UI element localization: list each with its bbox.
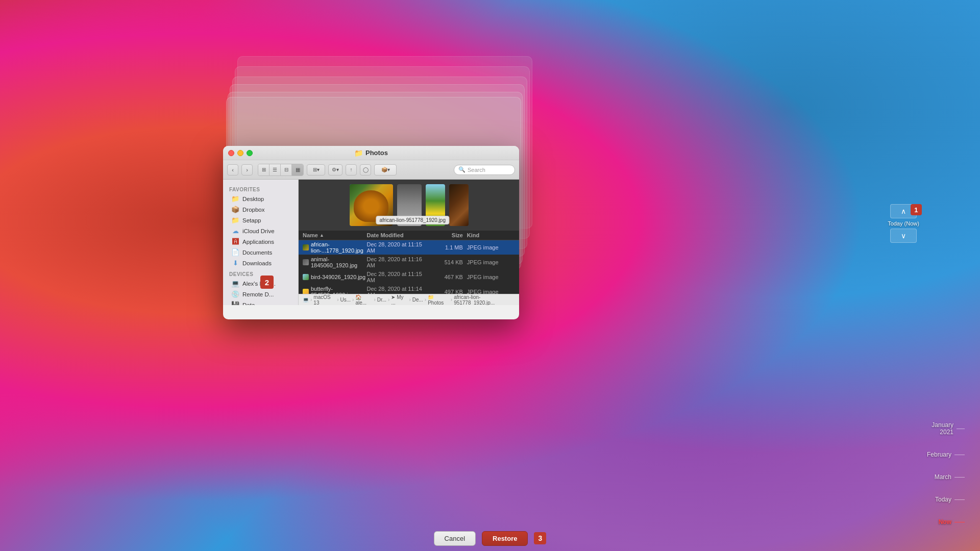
path-my[interactable]: ➤ My ... — [391, 294, 407, 306]
file-date-cell: Dec 28, 2020 at 11:14 AM — [367, 286, 431, 294]
preview-tooltip: african-lion-951778_1920.jpg — [376, 216, 449, 224]
sidebar-item-remote[interactable]: 💿 Remote D... — [225, 289, 296, 299]
downloads-icon: ⬇ — [231, 259, 239, 267]
file-icon — [303, 274, 309, 280]
table-row[interactable]: african-lion-...1778_1920.jpg Dec 28, 20… — [299, 240, 519, 255]
timeline-today: Today — [935, 496, 951, 503]
folder-icon: 📁 — [231, 216, 239, 224]
file-kind-cell: JPEG image — [467, 259, 515, 265]
col-name-header[interactable]: Name ▲ — [303, 232, 367, 238]
minimize-button[interactable] — [237, 150, 243, 156]
file-size-cell: 514 KB — [431, 259, 467, 265]
table-row[interactable]: butterfly-354528_1920.jpg Dec 28, 2020 a… — [299, 285, 519, 294]
preview-dark[interactable] — [449, 184, 469, 226]
dropbox-button[interactable]: 📦▾ — [374, 164, 397, 176]
col-kind-header[interactable]: Kind — [467, 232, 515, 238]
docs-icon: 📄 — [231, 248, 239, 256]
file-name-cell: animal-1845060_1920.jpg — [303, 256, 367, 268]
sidebar-item-setapp[interactable]: 📁 Setapp — [225, 215, 296, 226]
time-badge-1: 1 — [911, 204, 922, 215]
titlebar: 📁 Photos — [223, 146, 519, 160]
maximize-button[interactable] — [247, 150, 253, 156]
traffic-lights[interactable] — [228, 150, 253, 156]
forward-button[interactable]: › — [241, 164, 253, 176]
file-icon — [303, 289, 309, 294]
timeline-line-now — [954, 522, 965, 522]
file-icon — [303, 244, 309, 251]
sidebar-item-downloads[interactable]: ⬇ Downloads — [225, 258, 296, 268]
apps-icon: 🅰 — [231, 238, 239, 245]
column-view-button[interactable]: ⊟ — [281, 164, 292, 176]
action-button[interactable]: ⚙▾ — [328, 164, 342, 176]
path-dr[interactable]: Dr... — [377, 297, 386, 303]
file-icon — [303, 259, 309, 265]
view-buttons: ⊞ ☰ ⊟ ▦ — [258, 164, 304, 176]
timeline-line — [954, 455, 965, 455]
sidebar-item-documents[interactable]: 📄 Documents — [225, 247, 296, 258]
table-row[interactable]: bird-349026_1920.jpg Dec 28, 2020 at 11:… — [299, 270, 519, 285]
favorites-header: Favorites — [223, 184, 298, 193]
path-de[interactable]: De... — [412, 297, 423, 303]
col-size-header[interactable]: Size — [431, 232, 467, 238]
path-text[interactable]: macOS 13 — [313, 294, 335, 306]
path-file[interactable]: african-lion-951778_1920.jp... — [454, 294, 515, 306]
sidebar-item-desktop[interactable]: 📁 Desktop — [225, 193, 296, 204]
path-users[interactable]: Us... — [340, 297, 351, 303]
main-content: african-lion-951778_1920.jpg Name — [299, 180, 519, 305]
back-button[interactable]: ‹ — [227, 164, 238, 176]
timeline-line — [954, 499, 965, 500]
file-size-cell: 1.1 MB — [431, 244, 467, 251]
timeline-line — [954, 477, 965, 478]
bottom-bar: Cancel Restore 3 — [0, 525, 980, 551]
time-label: Today (Now) — [888, 218, 919, 229]
icloud-icon: ☁ — [231, 227, 239, 235]
file-kind-cell: JPEG image — [467, 244, 515, 251]
close-button[interactable] — [228, 150, 234, 156]
file-list-header: Name ▲ Date Modified Size Kind — [299, 231, 519, 240]
timeline-item: March — [924, 473, 965, 481]
toolbar: ‹ › ⊞ ☰ ⊟ ▦ ⊞▾ ⚙▾ ↑ ◯ 📦▾ 🔍 Search — [223, 160, 519, 180]
sidebar-item-applications[interactable]: 🅰 Applications — [225, 236, 296, 247]
file-date-cell: Dec 28, 2020 at 11:15 AM — [367, 241, 431, 254]
time-down-button[interactable]: ∨ — [890, 229, 917, 243]
file-name-cell: bird-349026_1920.jpg — [303, 274, 367, 280]
file-size-cell: 497 KB — [431, 289, 467, 294]
share-button[interactable]: ↑ — [346, 164, 357, 176]
timeline-item: February — [924, 451, 965, 458]
file-list-wrapper: african-lion-...1778_1920.jpg Dec 28, 20… — [299, 240, 519, 294]
cancel-button[interactable]: Cancel — [434, 531, 476, 546]
timeline-now: Now — [939, 518, 951, 525]
timeline-january: January 2021 — [924, 421, 953, 436]
path-home[interactable]: 🏠 ale... — [355, 294, 372, 306]
mac-icon-path: 💻 — [303, 297, 309, 303]
mac-icon: 💻 — [231, 280, 239, 287]
sidebar-item-data[interactable]: 💾 Data — [225, 299, 296, 305]
timeline-march: March — [935, 473, 951, 481]
preview-area: african-lion-951778_1920.jpg — [299, 180, 519, 231]
file-name-cell: african-lion-...1778_1920.jpg — [303, 241, 367, 254]
timeline-item: Today — [924, 496, 965, 503]
sort-arrow: ▲ — [320, 233, 324, 238]
remote-icon: 💿 — [231, 290, 239, 298]
list-view-button[interactable]: ☰ — [270, 164, 281, 176]
path-bar: 💻 › macOS 13 › Us... › 🏠 ale... › Dr... … — [299, 294, 519, 305]
icon-view-button[interactable]: ⊞ — [258, 164, 270, 176]
step2-badge: 2 — [260, 276, 274, 289]
col-date-header[interactable]: Date Modified — [367, 232, 431, 238]
window-title: 📁 Photos — [354, 149, 388, 157]
path-photos[interactable]: 📁 Photos — [428, 294, 449, 306]
file-kind-cell: JPEG image — [467, 274, 515, 280]
file-date-cell: Dec 28, 2020 at 11:15 AM — [367, 271, 431, 283]
tag-button[interactable]: ◯ — [360, 164, 371, 176]
file-name-cell: butterfly-354528_1920.jpg — [303, 286, 367, 294]
search-box[interactable]: 🔍 Search — [454, 165, 515, 175]
table-row[interactable]: animal-1845060_1920.jpg Dec 28, 2020 at … — [299, 255, 519, 270]
timeline-item: January 2021 — [924, 421, 965, 436]
timeline-line — [957, 429, 965, 429]
data-icon: 💾 — [231, 301, 239, 305]
sort-button[interactable]: ⊞▾ — [307, 164, 325, 176]
sidebar-item-icloud[interactable]: ☁ iCloud Drive — [225, 226, 296, 236]
sidebar-item-dropbox[interactable]: 📦 Dropbox — [225, 204, 296, 215]
gallery-view-button[interactable]: ▦ — [292, 164, 303, 176]
restore-button[interactable]: Restore — [482, 531, 528, 546]
